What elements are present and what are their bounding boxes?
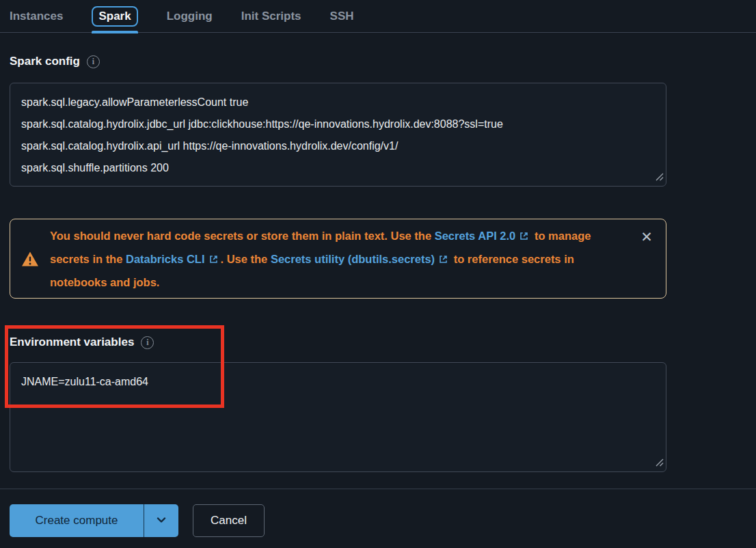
create-compute-button[interactable]: Create compute [10, 504, 144, 537]
warning-text-1: You should never hard code secrets or st… [50, 230, 435, 242]
databricks-cli-link[interactable]: Databricks CLI [126, 253, 221, 265]
info-icon[interactable]: i [141, 336, 154, 349]
warning-icon [21, 251, 39, 267]
tab-spark-label: Spark [98, 10, 131, 23]
create-compute-dropdown-button[interactable] [144, 504, 178, 537]
tab-ssh-label: SSH [330, 10, 354, 23]
external-link-icon [519, 226, 529, 248]
active-tab-indicator [92, 31, 137, 33]
tab-logging-label: Logging [167, 10, 213, 23]
warning-text-3: . Use the [221, 253, 271, 265]
spark-config-field-wrap: spark.sql.legacy.allowParameterlessCount… [10, 83, 666, 187]
footer-divider [0, 489, 756, 489]
tab-spark-focus-ring: Spark [92, 6, 137, 27]
create-compute-split-button: Create compute [10, 504, 178, 537]
secrets-utility-link[interactable]: Secrets utility (dbutils.secrets) [271, 253, 450, 265]
secrets-api-link[interactable]: Secrets API 2.0 [435, 230, 532, 242]
env-vars-label: Environment variables [10, 335, 134, 349]
tab-instances[interactable]: Instances [10, 0, 63, 33]
cancel-button[interactable]: Cancel [193, 504, 265, 537]
external-link-icon [208, 249, 219, 271]
spark-config-label: Spark config [10, 55, 80, 68]
tab-ssh[interactable]: SSH [330, 0, 354, 33]
tab-init-scripts[interactable]: Init Scripts [241, 0, 301, 33]
close-icon: ✕ [640, 229, 653, 245]
env-vars-input[interactable]: JNAME=zulu11-ca-amd64 [10, 362, 666, 472]
tab-bar: Instances Spark Logging Init Scripts SSH [0, 0, 756, 33]
compute-config-page: Instances Spark Logging Init Scripts SSH… [0, 0, 756, 548]
spark-config-input[interactable]: spark.sql.legacy.allowParameterlessCount… [10, 83, 666, 187]
env-vars-field-wrap: JNAME=zulu11-ca-amd64 [10, 362, 666, 472]
tab-instances-label: Instances [10, 10, 63, 23]
tab-logging[interactable]: Logging [167, 0, 213, 33]
tab-init-scripts-label: Init Scripts [241, 10, 301, 23]
info-icon[interactable]: i [87, 55, 100, 68]
warning-message: You should never hard code secrets or st… [50, 225, 666, 293]
spark-config-header: Spark config i [10, 55, 100, 68]
env-vars-header: Environment variables i [10, 335, 154, 349]
chevron-down-icon [156, 516, 167, 526]
secrets-warning-banner: You should never hard code secrets or st… [10, 219, 666, 299]
external-link-icon [438, 249, 448, 271]
tab-spark[interactable]: Spark [92, 0, 137, 33]
banner-close-button[interactable]: ✕ [637, 228, 656, 247]
